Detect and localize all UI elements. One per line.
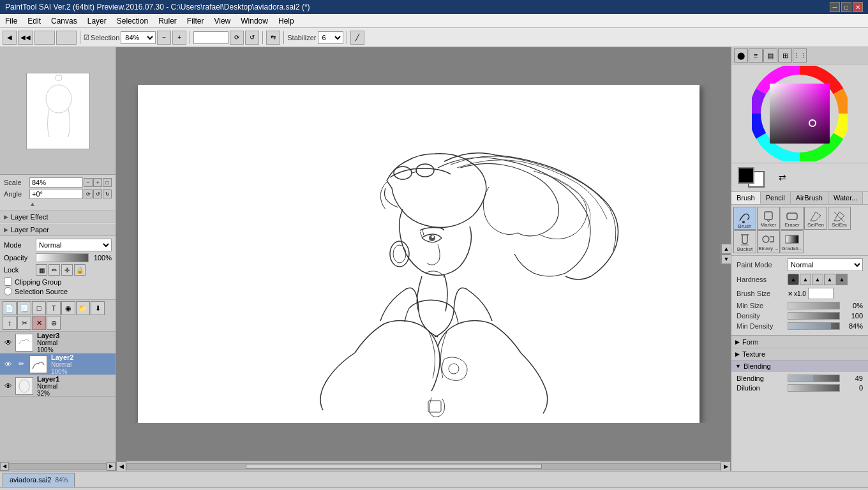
minimize-button[interactable]: ─ <box>830 2 840 12</box>
min-density-slider[interactable] <box>788 322 840 330</box>
layer-paper-header[interactable]: ▶ Layer Paper <box>0 223 116 236</box>
brush-icon-binary[interactable]: Binary ... <box>757 230 780 253</box>
layer-shape-btn[interactable]: ◉ <box>61 301 75 315</box>
min-size-slider[interactable] <box>788 302 840 309</box>
layer-item-1[interactable]: 👁 Layer1 Normal 32% <box>0 375 116 397</box>
selection-source-radio[interactable] <box>4 287 12 295</box>
lock-checkered-btn[interactable]: ▦ <box>36 264 47 276</box>
layer-item-2[interactable]: 👁 ✏ Layer2 Normal 100% <box>0 353 116 375</box>
maximize-button[interactable]: □ <box>841 2 851 12</box>
undo-button[interactable]: ◀ <box>3 31 17 45</box>
menu-window[interactable]: Window <box>236 15 273 27</box>
scale-minus-btn[interactable]: − <box>84 178 93 187</box>
undo2-button[interactable]: ◀◀ <box>18 31 33 45</box>
layer-mask-btn[interactable]: □ <box>32 301 46 315</box>
layer2-eye-icon[interactable]: 👁 <box>3 359 14 370</box>
merge-down-btn[interactable]: ⬇ <box>91 301 105 315</box>
angle-reset-btn[interactable]: ⟳ <box>84 189 93 198</box>
layer-effect-header[interactable]: ▶ Layer Effect <box>0 211 116 223</box>
clipping-group-checkbox[interactable] <box>4 278 12 286</box>
brush-icon-bucket[interactable]: Bucket <box>733 230 756 253</box>
lock-all-btn[interactable]: 🔒 <box>74 264 86 276</box>
scale-reset-btn[interactable]: □ <box>103 178 112 187</box>
lock-pen-btn[interactable]: ✏ <box>49 264 60 276</box>
menu-file[interactable]: File <box>0 15 22 27</box>
layer-text-btn[interactable]: T <box>47 301 61 315</box>
brush-tab-water[interactable]: Water... <box>828 192 864 204</box>
angle-cw-btn[interactable]: ↻ <box>103 189 112 198</box>
brush-size-input[interactable]: 8.0 <box>808 288 834 299</box>
paint-mode-select[interactable]: Normal Multiply <box>788 258 863 271</box>
brush-tab-brush[interactable]: Brush <box>731 192 761 204</box>
angle-ccw-btn[interactable]: ↺ <box>93 189 102 198</box>
pen-pressure-button[interactable]: ╱ <box>350 31 364 45</box>
flip-button[interactable]: ⇆ <box>266 31 280 45</box>
zoom-plus-button[interactable]: + <box>172 31 186 45</box>
color-mixer-btn[interactable]: ⊞ <box>778 48 792 63</box>
lock-move-btn[interactable]: ✛ <box>61 264 73 276</box>
menu-view[interactable]: View <box>209 15 236 27</box>
angle-input[interactable]: +0.0° <box>193 31 228 44</box>
hardness-1[interactable]: ▲ <box>788 274 799 285</box>
brush-icon-active[interactable]: Brush <box>733 207 756 230</box>
brush-icon-gradient[interactable]: Gradati... <box>781 230 804 253</box>
swatch-switch-icon[interactable]: ⇄ <box>779 172 786 182</box>
brush-icon-marker[interactable]: Marker <box>757 207 780 230</box>
hardness-5[interactable]: ▲ <box>836 274 848 285</box>
density-slider[interactable] <box>788 312 840 320</box>
drawing-canvas[interactable] <box>138 85 700 423</box>
hscroll-track[interactable] <box>9 463 107 470</box>
zoom-select[interactable]: 84% 100% 50% <box>121 31 156 44</box>
color-wheel-btn[interactable]: ⬤ <box>734 48 748 63</box>
color-extra-btn[interactable]: ⋮⋮ <box>793 48 807 63</box>
zoom-minus-button[interactable]: − <box>157 31 171 45</box>
file-tab[interactable]: aviadora.sai2 84% <box>3 473 75 487</box>
hscroll-track[interactable] <box>126 463 721 470</box>
opacity-slider[interactable] <box>36 253 89 262</box>
layer1-eye-icon[interactable]: 👁 <box>3 380 14 392</box>
form-header[interactable]: ▶ Form <box>731 336 868 348</box>
clipping-btn[interactable]: ✂ <box>17 316 31 330</box>
move-up-btn[interactable]: ↕ <box>3 316 17 330</box>
brush-icon-selpen[interactable]: SelPen <box>804 207 827 230</box>
new-layer2-btn[interactable]: 📃 <box>17 301 31 315</box>
hardness-4[interactable]: ▲ <box>824 274 835 285</box>
hardness-2[interactable]: ▲ <box>800 274 811 285</box>
color-palette-btn[interactable]: ▤ <box>763 48 777 63</box>
vscroll-up-btn[interactable]: ▲ <box>721 244 731 254</box>
menu-layer[interactable]: Layer <box>82 15 112 27</box>
brush-tab-pencil[interactable]: Pencil <box>761 192 791 204</box>
mode-select[interactable]: Normal Multiply Screen <box>36 239 112 251</box>
delete-layer-btn[interactable]: ✕ <box>32 316 46 330</box>
hscroll-right-btn[interactable]: ▶ <box>721 461 731 471</box>
menu-edit[interactable]: Edit <box>22 15 46 27</box>
nav2-button[interactable] <box>56 31 77 45</box>
brush-icon-eraser[interactable]: Eraser <box>781 207 804 230</box>
layer3-eye-icon[interactable]: 👁 <box>3 337 14 348</box>
swatch-fg[interactable] <box>738 167 754 184</box>
layer-item-3[interactable]: 👁 Layer3 Normal 100% <box>0 332 116 353</box>
texture-header[interactable]: ▶ Texture <box>731 348 868 360</box>
rotate-ccw-button[interactable]: ↺ <box>245 31 259 45</box>
menu-selection[interactable]: Selection <box>112 15 153 27</box>
scale-plus-btn[interactable]: + <box>93 178 102 187</box>
hardness-3[interactable]: ▲ <box>812 274 823 285</box>
rotate-reset-button[interactable]: ⟳ <box>230 31 244 45</box>
extra-btn[interactable]: ⊕ <box>47 316 61 330</box>
new-set-btn[interactable]: 📁 <box>76 301 90 315</box>
stabilizer-select[interactable]: 6 0123457 <box>318 31 343 44</box>
blending-header[interactable]: ▼ Blending <box>731 360 868 372</box>
brush-tab-airbrush[interactable]: AirBrush <box>791 192 828 204</box>
hscroll-left-btn[interactable]: ◀ <box>116 461 126 471</box>
dilution-slider[interactable] <box>788 384 840 392</box>
menu-canvas[interactable]: Canvas <box>46 15 82 27</box>
vscroll-thumb[interactable] <box>722 254 730 255</box>
color-sliders-btn[interactable]: ≡ <box>749 48 763 63</box>
scroll-left-btn[interactable]: ◀ <box>0 462 9 471</box>
scroll-right-btn[interactable]: ▶ <box>107 462 116 471</box>
menu-help[interactable]: Help <box>273 15 299 27</box>
brush-icon-selers[interactable]: SelErs <box>828 207 851 230</box>
menu-filter[interactable]: Filter <box>182 15 209 27</box>
vscroll-down-btn[interactable]: ▼ <box>721 254 731 264</box>
menu-ruler[interactable]: Ruler <box>153 15 182 27</box>
